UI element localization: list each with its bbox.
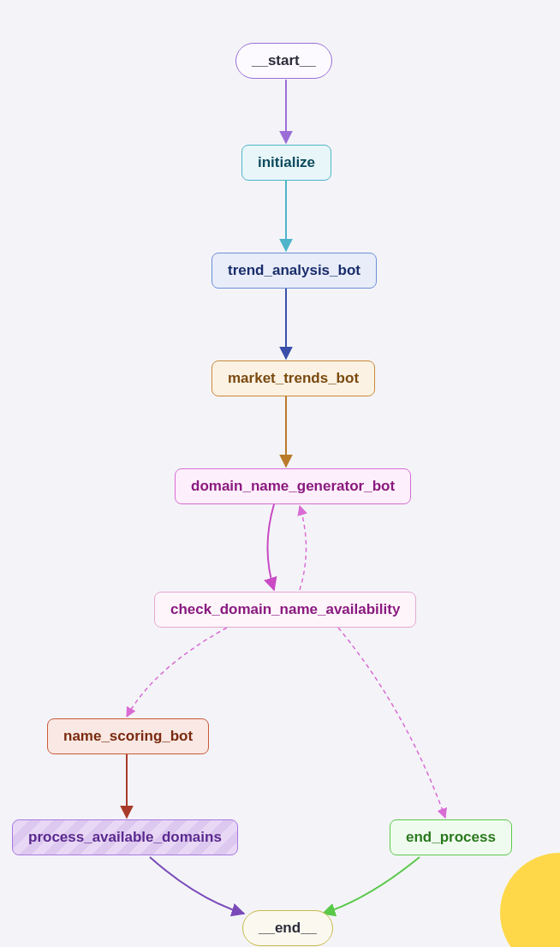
node-start[interactable]: __start__ — [235, 43, 332, 79]
node-market-trends[interactable]: market_trends_bot — [211, 360, 375, 396]
node-trend-analysis[interactable]: trend_analysis_bot — [211, 253, 377, 289]
node-label: trend_analysis_bot — [228, 262, 360, 278]
node-label: initialize — [258, 154, 315, 170]
node-scoring[interactable]: name_scoring_bot — [47, 718, 209, 754]
node-check-availability[interactable]: check_domain_name_availability — [154, 592, 416, 628]
decorative-circle — [500, 853, 560, 947]
node-label: __end__ — [259, 920, 317, 936]
node-label: process_available_domains — [28, 829, 222, 845]
node-end[interactable]: __end__ — [242, 910, 333, 946]
node-process-available[interactable]: process_available_domains — [12, 819, 238, 855]
node-label: name_scoring_bot — [63, 728, 193, 744]
node-domain-generator[interactable]: domain_name_generator_bot — [175, 468, 411, 504]
diagram-canvas: __start__ initialize trend_analysis_bot … — [0, 0, 560, 947]
node-initialize[interactable]: initialize — [241, 145, 331, 181]
node-label: market_trends_bot — [228, 370, 359, 386]
node-label: domain_name_generator_bot — [191, 478, 395, 494]
node-label: end_process — [406, 829, 496, 845]
node-end-process[interactable]: end_process — [390, 819, 512, 855]
node-label: __start__ — [252, 52, 316, 68]
node-label: check_domain_name_availability — [170, 601, 400, 617]
